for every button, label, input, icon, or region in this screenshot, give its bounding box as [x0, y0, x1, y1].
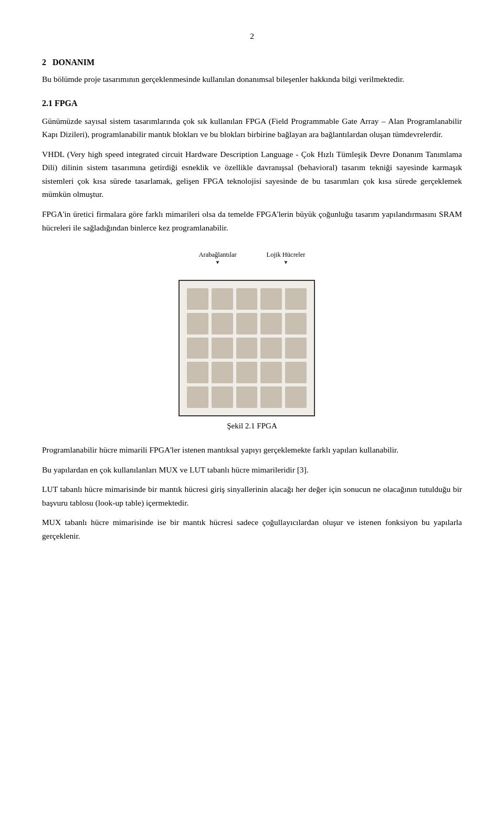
paragraph-4: Programlanabilir hücre mimarili FPGA'ler…: [42, 443, 462, 457]
fpga-cell: [285, 386, 307, 408]
fpga-cell: [187, 288, 208, 310]
fpga-cell: [236, 313, 258, 334]
fpga-cell: [260, 313, 282, 334]
fpga-cell: [285, 313, 307, 334]
page-number: 2: [42, 32, 462, 41]
fpga-cell: [212, 386, 233, 408]
page-number-text: 2: [250, 32, 254, 40]
paragraph-5: Bu yapılardan en çok kullanılanları MUX …: [42, 463, 462, 477]
fpga-cell: [236, 386, 258, 408]
intro-paragraph: Bu bölümde proje tasarımının gerçeklenme…: [42, 72, 462, 86]
page: 2 2 DONANIM Bu bölümde proje tasarımının…: [0, 0, 504, 818]
fpga-cell: [236, 338, 258, 359]
figure-caption: Şekil 2.1 FPGA: [227, 422, 277, 431]
paragraph-6: LUT tabanlı hücre mimarisinde bir mantık…: [42, 483, 462, 509]
fpga-cell: [212, 288, 233, 310]
fpga-cell: [187, 313, 208, 334]
fpga-cell: [236, 362, 258, 383]
figure-container: Arabağlantılar ▼ Lojik Hücreler ▼: [168, 251, 336, 431]
fpga-cell: [212, 362, 233, 383]
fpga-cell: [285, 288, 307, 310]
diagram-wrapper: Arabağlantılar ▼ Lojik Hücreler ▼: [178, 251, 326, 416]
fpga-cell: [285, 338, 307, 359]
fpga-cell: [212, 338, 233, 359]
arrow-right: ▼: [284, 259, 289, 265]
section-2-1: 2.1 FPGA Günümüzde sayısal sistem tasarı…: [42, 99, 462, 543]
fpga-diagram: [178, 280, 315, 416]
fpga-cell: [260, 386, 282, 408]
fpga-grid: [180, 281, 314, 415]
section-number: 2: [42, 58, 46, 67]
fpga-cell: [260, 362, 282, 383]
paragraph-1: Günümüzde sayısal sistem tasarımlarında …: [42, 114, 462, 141]
fpga-cell: [187, 362, 208, 383]
section-heading: 2 DONANIM: [42, 58, 462, 67]
diagram-top-labels: Arabağlantılar ▼ Lojik Hücreler ▼: [178, 251, 326, 265]
fpga-cell: [285, 362, 307, 383]
fpga-cell: [236, 288, 258, 310]
label-lojik-hucreler: Lojik Hücreler ▼: [267, 251, 306, 265]
section-2-1-heading: 2.1 FPGA: [42, 99, 462, 108]
section-title: DONANIM: [52, 58, 94, 67]
fpga-cell: [187, 386, 208, 408]
fpga-cell: [187, 338, 208, 359]
arrow-left: ▼: [215, 259, 220, 265]
fpga-cell: [260, 338, 282, 359]
paragraph-3: FPGA'in üretici firmalara göre farklı mi…: [42, 207, 462, 234]
fpga-cell: [260, 288, 282, 310]
paragraph-2: VHDL (Very high speed integrated circuit…: [42, 148, 462, 201]
fpga-cell: [212, 313, 233, 334]
label-arabaglantilar: Arabağlantılar ▼: [198, 251, 236, 265]
paragraph-7: MUX tabanlı hücre mimarisinde ise bir ma…: [42, 516, 462, 542]
